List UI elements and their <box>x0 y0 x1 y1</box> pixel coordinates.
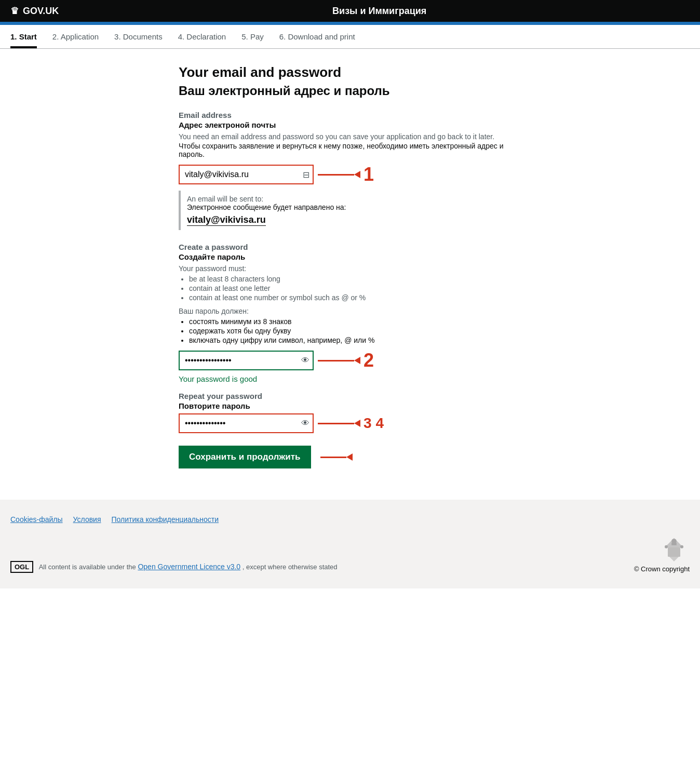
save-button-row: Сохранить и продолжить <box>179 446 521 468</box>
annotation-number-2: 2 <box>364 350 374 371</box>
arrow-2-indicator <box>318 357 360 364</box>
footer-bottom: OGL All content is available under the O… <box>10 532 690 573</box>
site-header: ♛ GOV.UK Визы и Иммиграция <box>0 0 700 22</box>
tab-download[interactable]: 6. Download and print <box>279 25 355 48</box>
site-footer: Cookies-файлы Условия Политика конфиденц… <box>0 500 700 588</box>
email-confirm-label-ru: Электронное сообщение будет направлено н… <box>187 203 515 211</box>
repeat-password-section: Repeat your password Повторите пароль 👁 … <box>179 392 521 433</box>
footer-ogl-link[interactable]: Open Government Licence v3.0 <box>138 562 240 571</box>
password-must-label-ru: Ваш пароль должен: <box>179 307 521 315</box>
email-confirm-label-en: An email will be sent to: <box>187 195 515 203</box>
email-label-en: Email address <box>179 111 521 119</box>
repeat-password-input-row: 👁 3 4 <box>179 413 521 433</box>
password-rule-3-en: contain at least one number or symbol su… <box>189 293 521 302</box>
email-hint-ru: Чтобы сохранить заявление и вернуться к … <box>179 142 521 158</box>
password-rule-1-en: be at least 8 characters long <box>189 275 521 283</box>
tab-pay[interactable]: 5. Pay <box>241 25 264 48</box>
site-title: Визы и Иммиграция <box>69 6 690 17</box>
repeat-password-input[interactable] <box>179 413 314 433</box>
footer-link-privacy[interactable]: Политика конфиденциальности <box>112 515 219 524</box>
repeat-password-input-wrapper: 👁 <box>179 413 314 433</box>
crown-copyright-text: © Crown copyright <box>634 565 690 573</box>
tab-declaration[interactable]: 4. Declaration <box>178 25 226 48</box>
annotation-number-3: 3 <box>364 415 372 432</box>
footer-right: © Crown copyright <box>634 532 690 573</box>
password-rule-1-ru: состоять минимум из 8 знаков <box>189 317 521 326</box>
password-label-en: Create a password <box>179 243 521 251</box>
email-input-wrapper: ⊟ <box>179 165 314 184</box>
password-good-message: Your password is good <box>179 374 521 383</box>
svg-point-5 <box>665 545 668 548</box>
email-label-ru: Адрес электроной почты <box>179 120 521 129</box>
password-section: Create a password Создайте пароль Your p… <box>179 243 521 383</box>
footer-ogl-text: All content is available under the Open … <box>39 563 338 571</box>
password-input-wrapper: 👁 <box>179 351 314 370</box>
email-input[interactable] <box>179 165 314 184</box>
email-section: Email address Адрес электроной почты You… <box>179 111 521 230</box>
password-rules-en: be at least 8 characters long contain at… <box>189 275 521 302</box>
password-rule-3-ru: включать одну цифру или символ, например… <box>189 336 521 344</box>
tab-start[interactable]: 1. Start <box>10 25 37 48</box>
email-input-row: ⊟ 1 <box>179 164 521 185</box>
footer-ogl-section: OGL All content is available under the O… <box>10 561 338 573</box>
email-confirm-value: vitaly@vikivisa.ru <box>187 215 266 226</box>
svg-marker-4 <box>669 557 679 561</box>
password-input[interactable] <box>179 351 314 370</box>
password-rule-2-ru: содержать хотя бы одну букву <box>189 327 521 335</box>
password-rules-ru: состоять минимум из 8 знаков содержать х… <box>189 317 521 344</box>
crown-crest-icon <box>658 532 690 563</box>
svg-rect-3 <box>668 547 680 557</box>
repeat-label-ru: Повторите пароль <box>179 401 521 410</box>
email-hint-en: You need an email address and password s… <box>179 132 521 141</box>
svg-point-6 <box>680 545 683 548</box>
footer-link-cookies[interactable]: Cookies-файлы <box>10 515 63 524</box>
repeat-label-en: Repeat your password <box>179 392 521 400</box>
password-label-ru: Создайте пароль <box>179 252 521 261</box>
password-must-label-en: Your password must: <box>179 264 521 273</box>
footer-link-terms[interactable]: Условия <box>73 515 101 524</box>
tab-documents[interactable]: 3. Documents <box>114 25 163 48</box>
annotation-number-4: 4 <box>376 415 384 432</box>
page-title-english: Your email and password <box>179 64 521 81</box>
arrow-3-and-4-indicator <box>318 420 360 427</box>
page-title-russian: Ваш электронный адрес и пароль <box>179 84 521 98</box>
main-content: Your email and password Ваш электронный … <box>168 49 532 489</box>
arrow-save-indicator <box>320 453 353 461</box>
gov-logo[interactable]: ♛ GOV.UK <box>10 5 59 17</box>
arrow-1-indicator <box>318 171 360 178</box>
gov-logo-text: GOV.UK <box>23 6 59 17</box>
email-confirm-box: An email will be sent to: Электронное со… <box>179 191 521 230</box>
crown-icon: ♛ <box>10 5 19 17</box>
step-navigation: 1. Start 2. Application 3. Documents 4. … <box>0 25 700 49</box>
footer-links: Cookies-файлы Условия Политика конфиденц… <box>10 515 690 524</box>
tab-application[interactable]: 2. Application <box>52 25 99 48</box>
ogl-logo: OGL <box>10 561 33 573</box>
annotation-number-1: 1 <box>364 164 374 185</box>
password-input-row: 👁 2 <box>179 350 521 371</box>
save-continue-button[interactable]: Сохранить и продолжить <box>179 446 311 468</box>
password-rule-2-en: contain at least one letter <box>189 284 521 292</box>
